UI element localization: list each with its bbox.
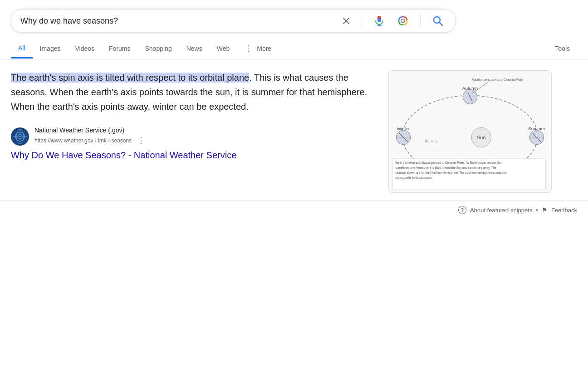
lens-search-button[interactable] <box>395 13 411 29</box>
search-bar: Why do we have seasons? <box>11 9 456 33</box>
source-info: National Weather Service (.gov) https://… <box>34 127 148 147</box>
tab-all[interactable]: All <box>11 39 33 59</box>
main-content: The earth's spin axis is tilted with res… <box>0 59 588 193</box>
clear-button[interactable] <box>340 15 353 27</box>
featured-snippet: The earth's spin axis is tilted with res… <box>11 70 374 193</box>
microphone-icon <box>373 15 386 27</box>
svg-text:Autumn: Autumn <box>462 86 478 91</box>
source-name: National Weather Service (.gov) <box>34 127 148 134</box>
svg-text:Summer: Summer <box>528 126 545 131</box>
search-button[interactable] <box>430 13 446 29</box>
feedback-flag-icon: ⚑ <box>542 206 548 214</box>
tab-images[interactable]: Images <box>33 39 68 58</box>
svg-text:Equator: Equator <box>425 139 438 143</box>
footer-row: ? About featured snippets • ⚑ Feedback <box>0 200 588 220</box>
source-options-button[interactable]: ⋮ <box>134 135 148 147</box>
nav-tabs: All Images Videos Forums Shopping News W… <box>0 38 588 59</box>
tab-web[interactable]: Web <box>210 39 237 58</box>
highlighted-text: The earth's spin axis is tilted with res… <box>11 73 249 83</box>
svg-point-5 <box>401 19 405 23</box>
svg-text:Sun: Sun <box>477 135 485 140</box>
noaa-logo-icon <box>12 128 28 145</box>
tab-forums[interactable]: Forums <box>102 39 137 58</box>
close-icon <box>342 16 351 25</box>
svg-text:Earth's rotation axis always p: Earth's rotation axis always pointed to … <box>395 161 503 165</box>
about-snippets-icon: ? <box>458 206 466 214</box>
svg-rect-3 <box>377 16 381 19</box>
svg-text:Winter: Winter <box>397 126 410 131</box>
source-url-row: https://www.weather.gov › lmk › seasons … <box>34 135 148 147</box>
svg-text:Rotation axis points to Celest: Rotation axis points to Celestial Pole <box>471 78 523 82</box>
source-logo <box>11 127 29 146</box>
tab-shopping[interactable]: Shopping <box>138 39 179 58</box>
svg-text:are opposite to those shown.: are opposite to those shown. <box>395 176 433 180</box>
tab-videos[interactable]: Videos <box>68 39 102 58</box>
source-url-text: https://www.weather.gov › lmk › seasons <box>34 137 132 144</box>
more-dots-icon: ⋮ <box>244 44 252 54</box>
svg-line-7 <box>440 23 443 26</box>
search-submit-icon <box>431 15 444 27</box>
snippet-text: The earth's spin axis is tilted with res… <box>11 70 374 114</box>
tab-news[interactable]: News <box>179 39 210 58</box>
svg-text:seasons shown are for the Nort: seasons shown are for the Northern hemis… <box>395 171 506 175</box>
lens-icon <box>397 15 409 27</box>
svg-text:sometimes one hemisphere is ti: sometimes one hemisphere is tilted towar… <box>395 166 496 170</box>
search-divider <box>362 15 362 27</box>
tab-more[interactable]: ⋮ More <box>237 38 279 59</box>
result-link[interactable]: Why Do We Have Seasons? - National Weath… <box>11 150 374 161</box>
seasons-diagram: Sun Autumn Winter Summer Spring <box>389 71 551 192</box>
feedback-button[interactable]: Feedback <box>551 207 577 214</box>
search-bar-icons <box>340 13 446 29</box>
voice-search-button[interactable] <box>371 13 387 29</box>
tools-tab[interactable]: Tools <box>548 39 577 58</box>
dot-separator: • <box>536 207 538 214</box>
about-snippets-label[interactable]: About featured snippets <box>470 207 532 214</box>
search-input[interactable]: Why do we have seasons? <box>20 16 340 26</box>
snippet-source: National Weather Service (.gov) https://… <box>11 127 374 147</box>
search-bar-wrapper: Why do we have seasons? <box>0 0 588 33</box>
diagram-container: Sun Autumn Winter Summer Spring <box>388 70 552 193</box>
search-divider-2 <box>420 15 421 27</box>
